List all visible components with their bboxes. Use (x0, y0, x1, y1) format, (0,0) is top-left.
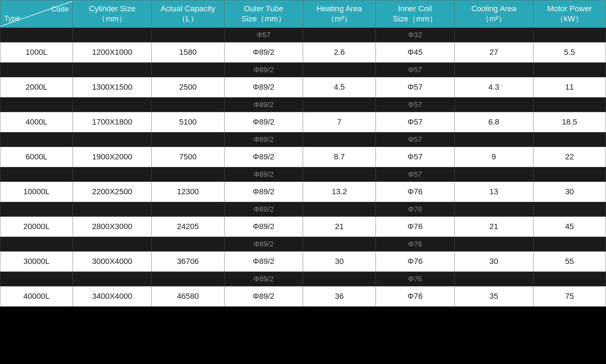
sub-cell (152, 237, 224, 251)
sub-cell (152, 62, 224, 77)
sub-cell: Φ89/2 (224, 272, 303, 286)
table-cell: 2.6 (303, 42, 376, 62)
sub-cell (303, 28, 376, 42)
sub-row: Φ89/2Φ57 (0, 132, 606, 147)
sub-row: Φ89/2Φ57 (0, 62, 606, 77)
sub-cell (73, 132, 152, 147)
sub-cell (454, 28, 533, 42)
sub-cell: Φ76 (376, 237, 454, 251)
sub-cell (303, 237, 376, 251)
table-cell: 1300X1500 (73, 77, 152, 97)
table-cell: Φ89/2 (224, 147, 303, 167)
table-cell: 2200X2500 (73, 182, 152, 202)
sub-cell (0, 97, 73, 112)
table-cell: 21 (303, 216, 376, 237)
sub-row: Φ89/2Φ57 (0, 167, 606, 182)
table-row: 30000L3000X400036706Φ89/230Φ763055 (0, 251, 606, 272)
table-cell: Φ89/2 (224, 251, 303, 272)
sub-cell: Φ32 (376, 28, 454, 42)
sub-cell (454, 132, 533, 147)
table-cell: 20000L (0, 216, 73, 237)
sub-cell: Φ76 (376, 272, 454, 286)
table-cell: 46580 (152, 286, 224, 306)
sub-cell (303, 167, 376, 182)
table-cell: 8.7 (303, 147, 376, 167)
table-cell: 27 (454, 42, 533, 62)
table-cell: 35 (454, 286, 533, 306)
sub-cell (73, 97, 152, 112)
sub-cell (454, 62, 533, 77)
sub-cell (303, 132, 376, 147)
table-cell: 2000L (0, 77, 73, 97)
table-row: 2000L1300X15002500Φ89/24.5Φ574.311 (0, 77, 606, 97)
sub-cell (303, 272, 376, 286)
table-cell: 1000L (0, 42, 73, 62)
sub-cell (533, 167, 606, 182)
table-cell: Φ89/2 (224, 286, 303, 306)
table-cell: 3400X4000 (73, 286, 152, 306)
sub-cell (0, 167, 73, 182)
table-cell: Φ89/2 (224, 112, 303, 132)
sub-cell (454, 97, 533, 112)
table-cell: 55 (533, 251, 606, 272)
sub-cell (533, 202, 606, 216)
table-cell: 3000X4000 (73, 251, 152, 272)
table-row: 20000L2800X300024205Φ89/221Φ762145 (0, 216, 606, 237)
sub-cell (152, 167, 224, 182)
table-cell: 4.3 (454, 77, 533, 97)
col-heating-header: Heating Area（m²） (303, 0, 376, 28)
corner-cell: Code Type (0, 1, 73, 26)
sub-cell (454, 202, 533, 216)
sub-cell (152, 202, 224, 216)
table-cell: 30000L (0, 251, 73, 272)
sub-cell (303, 202, 376, 216)
table-cell: Φ76 (376, 182, 454, 202)
table-cell: 21 (454, 216, 533, 237)
table-cell: 36706 (152, 251, 224, 272)
sub-row: Φ89/2Φ76 (0, 202, 606, 216)
sub-cell (0, 202, 73, 216)
table-cell: 40000L (0, 286, 73, 306)
table-cell: Φ76 (376, 251, 454, 272)
table-cell: 13 (454, 182, 533, 202)
col-outer-header: Outer TubeSize（mm） (224, 0, 303, 28)
table-row: 6000L1900X20007500Φ89/28.7Φ57922 (0, 147, 606, 167)
sub-cell: Φ57 (376, 132, 454, 147)
sub-row: Φ89/2Φ76 (0, 237, 606, 251)
sub-cell: Φ89/2 (224, 237, 303, 251)
table-cell: 5100 (152, 112, 224, 132)
table-body: Φ57Φ321000L1200X10001580Φ89/22.6Φ45275.5… (0, 28, 606, 306)
sub-cell: Φ89/2 (224, 202, 303, 216)
table-row: 1000L1200X10001580Φ89/22.6Φ45275.5 (0, 42, 606, 62)
sub-cell (533, 272, 606, 286)
table-cell: 22 (533, 147, 606, 167)
sub-cell: Φ57 (376, 167, 454, 182)
table-cell: Φ89/2 (224, 77, 303, 97)
table-cell: 30 (454, 251, 533, 272)
table-cell: 1900X2000 (73, 147, 152, 167)
table-wrapper: Code Type Cylinder Size（mm） Actual Capac… (0, 0, 606, 307)
table-cell: Φ76 (376, 216, 454, 237)
sub-cell (533, 237, 606, 251)
sub-cell (454, 237, 533, 251)
sub-cell (73, 28, 152, 42)
table-cell: 18.5 (533, 112, 606, 132)
sub-cell: Φ89/2 (224, 62, 303, 77)
sub-cell: Φ57 (376, 97, 454, 112)
sub-cell (0, 62, 73, 77)
table-cell: Φ45 (376, 42, 454, 62)
table-cell: 6.8 (454, 112, 533, 132)
sub-cell (0, 272, 73, 286)
table-row: 4000L1700X18005100Φ89/27Φ576.818.5 (0, 112, 606, 132)
header-row: Code Type Cylinder Size（mm） Actual Capac… (0, 0, 606, 28)
sub-cell (533, 97, 606, 112)
sub-cell (454, 272, 533, 286)
table-cell: 2500 (152, 77, 224, 97)
table-cell: 5.5 (533, 42, 606, 62)
sub-row: Φ89/2Φ57 (0, 97, 606, 112)
corner-code-label: Code (51, 4, 69, 14)
table-cell: 45 (533, 216, 606, 237)
sub-cell (152, 272, 224, 286)
table-cell: 1200X1000 (73, 42, 152, 62)
sub-cell: Φ76 (376, 202, 454, 216)
